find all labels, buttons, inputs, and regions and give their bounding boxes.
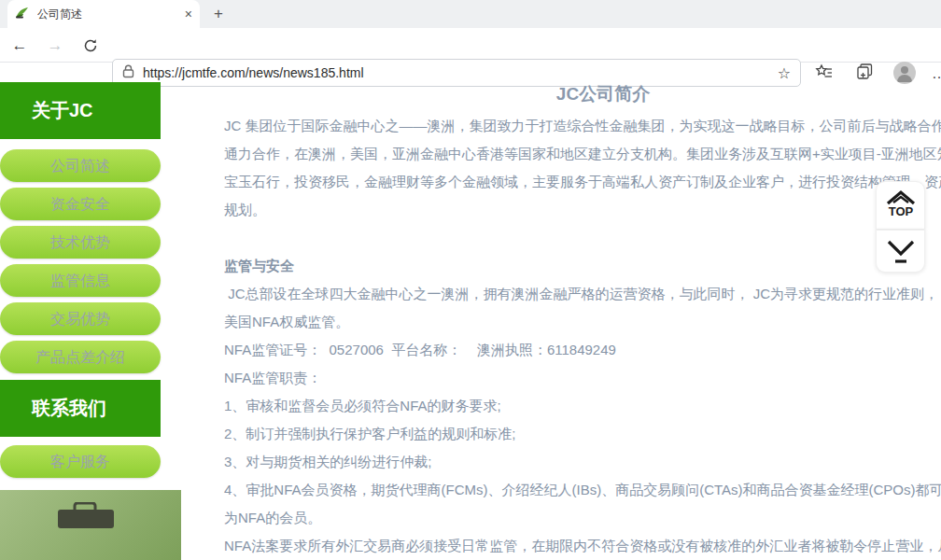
collections-icon[interactable] bbox=[855, 63, 876, 83]
sidebar-item-trading-advantage[interactable]: 交易优势 bbox=[0, 302, 161, 335]
law-paragraph: NFA法案要求所有外汇交易商必须接受日常监管，在期限内不符合资格或没有被核准的外… bbox=[224, 532, 941, 560]
duty-item-4: 4、审批NFA会员资格，期货代理商(FCMs)、介绍经纪人(IBs)、商品交易顾… bbox=[224, 476, 941, 532]
article: JC公司简介 JC 集团位于国际金融中心之——澳洲，集团致力于打造综合性金融集团… bbox=[224, 82, 941, 560]
browser-tab-bar: 公司简述 × + bbox=[0, 0, 941, 28]
tab-title: 公司简述 bbox=[37, 7, 177, 22]
add-favorite-star-icon[interactable]: ☆ bbox=[778, 64, 791, 82]
briefcase-icon bbox=[54, 502, 119, 530]
sidebar-item-product-spread[interactable]: 产品点差介绍 bbox=[0, 341, 161, 373]
profile-avatar[interactable] bbox=[893, 62, 916, 84]
scroll-down-button[interactable] bbox=[876, 230, 925, 273]
tab-close-icon[interactable]: × bbox=[185, 7, 192, 21]
sidebar-item-customer-service[interactable]: 客户服务 bbox=[0, 445, 161, 478]
chevron-down-icon bbox=[882, 236, 920, 266]
browser-tab[interactable]: 公司简述 × bbox=[7, 0, 200, 28]
duty-item-1: 1、审核和监督会员必须符合NFA的财务要求; bbox=[224, 392, 941, 420]
top-arrow-icon: TOP bbox=[882, 189, 920, 222]
sidebar-item-regulatory-info[interactable]: 监管信息 bbox=[0, 264, 161, 297]
url-text[interactable]: https://jcmtfe.com/news/news185.html bbox=[143, 65, 778, 80]
intro-paragraph: JC 集团位于国际金融中心之——澳洲，集团致力于打造综合性金融集团，为实现这一战… bbox=[224, 112, 941, 224]
lock-icon bbox=[122, 64, 134, 82]
duty-item-3: 3、对与期货相关的纠纷进行仲裁; bbox=[224, 448, 941, 476]
page-title: JC公司简介 bbox=[224, 82, 941, 106]
site-favicon-icon bbox=[15, 5, 30, 23]
regulation-paragraph: JC总部设在全球四大金融中心之一澳洲，拥有澳洲金融严格的运营资格，与此同时， J… bbox=[224, 280, 941, 336]
sidebar-promo-image: 注册真实账户 bbox=[0, 490, 181, 560]
refresh-icon[interactable] bbox=[78, 34, 103, 58]
section-heading-regulation: 监管与安全 bbox=[224, 252, 941, 280]
sidebar-item-company-overview[interactable]: 公司简述 bbox=[0, 149, 161, 182]
favorites-list-icon[interactable] bbox=[815, 63, 836, 83]
scroll-buttons: TOP bbox=[876, 181, 925, 273]
sidebar-section-about: 关于JC bbox=[0, 82, 161, 139]
sidebar-item-tech-advantage[interactable]: 技术优势 bbox=[0, 226, 161, 259]
svg-text:TOP: TOP bbox=[888, 204, 913, 218]
license-line: NFA监管证号： 0527006 平台名称： 澳洲执照：611849249 bbox=[224, 336, 941, 364]
forward-icon[interactable]: → bbox=[43, 34, 67, 58]
back-icon[interactable]: ← bbox=[7, 34, 32, 58]
new-tab-button[interactable]: + bbox=[207, 4, 230, 26]
sidebar-section-contact: 联系我们 bbox=[0, 380, 161, 437]
scroll-to-top-button[interactable]: TOP bbox=[876, 181, 925, 230]
sidebar-item-fund-safety[interactable]: 资金安全 bbox=[0, 188, 161, 220]
duties-title: NFA监管职责： bbox=[224, 364, 941, 392]
duty-item-2: 2、制订并强制执行保护客户利益的规则和标准; bbox=[224, 420, 941, 448]
browser-toolbar: ← → https://jcmtfe.com/news/news185.html… bbox=[0, 28, 941, 63]
